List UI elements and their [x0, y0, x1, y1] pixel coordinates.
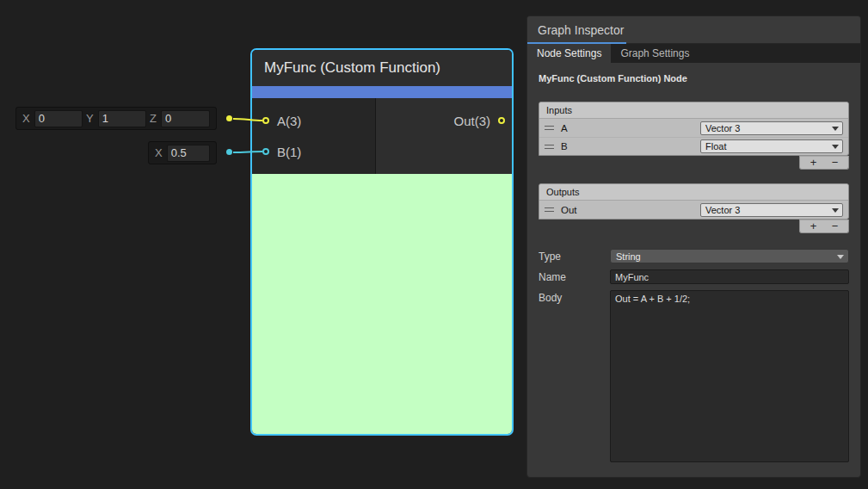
type-dropdown[interactable]: String: [610, 249, 849, 263]
inputs-footer-buttons: + −: [799, 156, 849, 170]
vector3-connector-dot-icon[interactable]: [226, 115, 232, 121]
node-ports-area: A(3) B(1) Out(3): [252, 98, 512, 174]
node-preview: [252, 174, 512, 434]
float-connector-dot-icon[interactable]: [226, 149, 232, 155]
tab-graph-settings[interactable]: Graph Settings: [611, 44, 699, 63]
remove-input-button[interactable]: −: [824, 157, 846, 169]
input-name: B: [561, 141, 693, 152]
float-x-input[interactable]: [167, 145, 210, 162]
input-row-a[interactable]: A Vector 3: [539, 119, 848, 137]
function-settings: Type String Name Body: [539, 249, 849, 462]
inspector-tab-bar: Node Settings Graph Settings: [527, 44, 860, 63]
node-settings-heading: MyFunc (Custom Function) Node: [539, 73, 849, 84]
vector3-x-field: X: [22, 110, 83, 127]
tab-label: Node Settings: [537, 47, 601, 59]
inputs-list-footer: + −: [539, 156, 849, 170]
vector3-z-field: Z: [150, 110, 210, 127]
remove-output-button[interactable]: −: [824, 220, 846, 232]
node-title-bar[interactable]: MyFunc (Custom Function): [252, 50, 512, 86]
inputs-list: Inputs A Vector 3 B Float: [539, 102, 849, 156]
inputs-section: Inputs A Vector 3 B Float: [539, 102, 849, 170]
y-field-label: Y: [86, 112, 94, 125]
output-row-out[interactable]: Out Vector 3: [539, 201, 848, 219]
dropdown-value: Vector 3: [705, 123, 740, 133]
input-row-b[interactable]: B Float: [539, 137, 848, 155]
output-out-type-dropdown[interactable]: Vector 3: [700, 203, 843, 217]
inspector-body: MyFunc (Custom Function) Node Inputs A V…: [527, 63, 860, 462]
node-output-ports: Out(3): [376, 98, 512, 174]
node-input-ports: A(3) B(1): [252, 98, 376, 174]
shader-graph-canvas[interactable]: X Y Z X MyFunc (Custom Function): [0, 0, 868, 489]
port-out-connector-icon[interactable]: [498, 117, 505, 124]
input-b-type-dropdown[interactable]: Float: [700, 139, 843, 153]
port-b[interactable]: B(1): [262, 145, 301, 158]
dropdown-value: String: [616, 251, 641, 262]
drag-handle-icon[interactable]: [545, 145, 554, 149]
body-textarea[interactable]: [610, 290, 849, 462]
body-label: Body: [539, 290, 610, 462]
input-name: A: [561, 123, 693, 133]
outputs-footer-buttons: + −: [799, 220, 849, 233]
port-a-connector-icon[interactable]: [262, 117, 269, 124]
outputs-list-header: Outputs: [539, 184, 848, 201]
tab-label: Graph Settings: [620, 47, 689, 59]
drag-handle-icon[interactable]: [545, 126, 554, 130]
vector3-z-input[interactable]: [161, 110, 210, 127]
port-a-label: A(3): [277, 114, 301, 128]
vector3-inline-input: X Y Z: [15, 107, 217, 130]
port-b-connector-icon[interactable]: [262, 148, 269, 155]
outputs-list-footer: + −: [539, 220, 849, 233]
inspector-title: Graph Inspector: [538, 23, 624, 37]
drag-handle-icon[interactable]: [545, 207, 554, 212]
name-label: Name: [539, 269, 610, 284]
port-out[interactable]: Out(3): [453, 114, 505, 127]
vector3-y-field: Y: [86, 110, 146, 127]
dropdown-value: Vector 3: [705, 205, 740, 215]
output-name: Out: [561, 205, 693, 215]
port-a[interactable]: A(3): [262, 114, 301, 127]
port-out-label: Out(3): [453, 114, 490, 128]
vector3-y-input[interactable]: [98, 110, 146, 127]
outputs-section: Outputs Out Vector 3 + −: [539, 183, 849, 233]
port-b-label: B(1): [277, 145, 301, 159]
vector3-x-input[interactable]: [34, 110, 83, 127]
float-inline-input: X: [148, 141, 217, 164]
inputs-list-header: Inputs: [539, 102, 848, 119]
type-label: Type: [539, 249, 610, 263]
add-input-button[interactable]: +: [803, 157, 824, 169]
myfunc-node[interactable]: MyFunc (Custom Function) A(3) B(1) Out(3…: [250, 48, 514, 436]
x-field-label: X: [22, 112, 30, 125]
float-x-field: X: [155, 145, 210, 162]
dropdown-value: Float: [705, 141, 726, 152]
z-field-label: Z: [150, 112, 157, 125]
name-field-row: Name: [539, 269, 849, 284]
tab-node-settings[interactable]: Node Settings: [527, 44, 611, 63]
input-a-type-dropdown[interactable]: Vector 3: [700, 121, 843, 135]
node-title: MyFunc (Custom Function): [264, 59, 440, 77]
type-field-row: Type String: [539, 249, 849, 263]
name-input[interactable]: [610, 269, 849, 284]
add-output-button[interactable]: +: [803, 220, 824, 232]
graph-inspector-panel: Graph Inspector Node Settings Graph Sett…: [526, 15, 861, 478]
inspector-title-bar[interactable]: Graph Inspector: [527, 16, 860, 44]
body-field-row: Body: [539, 290, 849, 462]
outputs-list: Outputs Out Vector 3: [539, 183, 849, 220]
x-field-label: X: [155, 146, 163, 159]
node-color-bar: [252, 86, 512, 98]
